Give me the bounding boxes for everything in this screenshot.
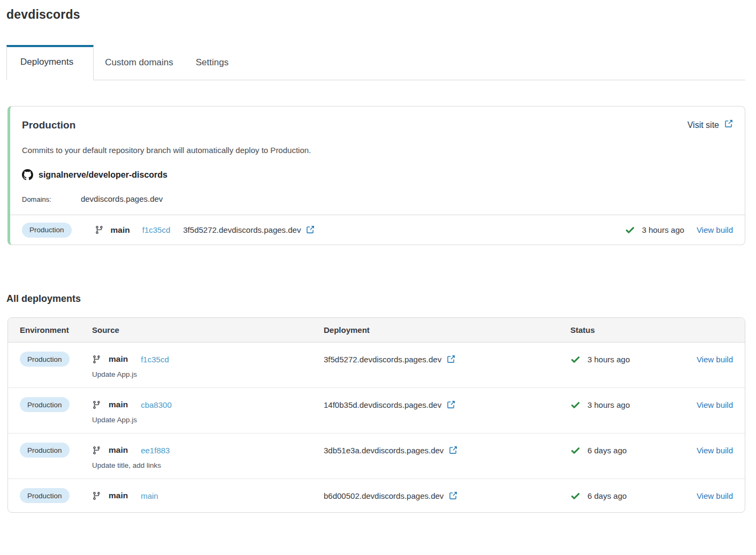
success-check-icon bbox=[570, 445, 581, 455]
deployment-external-link-icon[interactable] bbox=[448, 491, 457, 500]
deployment-url: 14f0b35d.devdiscords.pages.dev bbox=[324, 400, 441, 409]
production-card-title: Production bbox=[22, 119, 75, 131]
view-build-link[interactable]: View build bbox=[697, 225, 733, 234]
commit-link[interactable]: f1c35cd bbox=[141, 355, 169, 364]
branch-name: main bbox=[109, 354, 128, 364]
deployment-url: b6d00502.devdiscords.pages.dev bbox=[324, 491, 444, 500]
source-cell: main cba8300 Update App.js bbox=[92, 397, 324, 424]
tab-deployments[interactable]: Deployments bbox=[6, 45, 94, 80]
production-deployment-row: Production main f1c35cd 3f5d5272.devdisc… bbox=[10, 215, 745, 245]
commit-message: Update App.js bbox=[92, 416, 324, 424]
action-cell: View build bbox=[686, 352, 733, 367]
view-build-link[interactable]: View build bbox=[697, 446, 733, 455]
environment-badge: Production bbox=[20, 397, 70, 412]
status-cell: 3 hours ago bbox=[570, 397, 686, 412]
branch-name: main bbox=[109, 491, 128, 500]
column-header-source: Source bbox=[92, 325, 324, 334]
deployment-time: 3 hours ago bbox=[587, 355, 630, 364]
git-branch-icon bbox=[92, 491, 101, 500]
production-description: Commits to your default repository branc… bbox=[10, 146, 745, 155]
visit-site-link[interactable]: Visit site bbox=[688, 119, 733, 131]
table-row: Production main main b6d00502.devdiscord… bbox=[8, 478, 745, 512]
deployment-external-link-icon[interactable] bbox=[446, 355, 455, 364]
success-check-icon bbox=[570, 491, 581, 501]
git-branch-icon bbox=[92, 400, 101, 409]
branch-name: main bbox=[109, 400, 128, 409]
status-group: 3 hours ago View build bbox=[625, 225, 733, 235]
deployment-url: 3db51e3a.devdiscords.pages.dev bbox=[324, 446, 444, 455]
deployment-cell: 3db51e3a.devdiscords.pages.dev bbox=[324, 443, 570, 458]
external-link-icon bbox=[724, 119, 733, 131]
environment-cell: Production bbox=[20, 352, 92, 367]
commit-link[interactable]: f1c35cd bbox=[142, 225, 171, 234]
view-build-link[interactable]: View build bbox=[697, 491, 733, 500]
deployment-time: 3 hours ago bbox=[642, 225, 684, 234]
commit-message: Update App.js bbox=[92, 370, 324, 378]
view-build-link[interactable]: View build bbox=[697, 400, 733, 409]
pages-project-page: devdiscords Deployments Custom domains S… bbox=[0, 0, 756, 513]
environment-badge: Production bbox=[20, 352, 70, 367]
tab-bar: Deployments Custom domains Settings bbox=[6, 43, 745, 80]
tab-bar-filler bbox=[240, 54, 745, 80]
deployment-cell: 14f0b35d.devdiscords.pages.dev bbox=[324, 397, 570, 412]
table-row: Production main cba8300 Update App.js 14… bbox=[8, 387, 745, 433]
repo-row: signalnerve/developer-discords bbox=[10, 169, 745, 180]
tab-settings[interactable]: Settings bbox=[185, 43, 240, 80]
deployments-table: Environment Source Deployment Status Pro… bbox=[7, 317, 745, 513]
git-branch-icon bbox=[92, 446, 101, 455]
environment-cell: Production bbox=[20, 443, 92, 458]
deployment-time: 6 days ago bbox=[587, 446, 627, 455]
github-icon bbox=[22, 169, 33, 180]
tab-custom-domains[interactable]: Custom domains bbox=[94, 43, 185, 80]
all-deployments-title: All deployments bbox=[6, 293, 745, 305]
action-cell: View build bbox=[686, 488, 733, 503]
status-cell: 6 days ago bbox=[570, 443, 686, 458]
source-cell: main main bbox=[92, 488, 324, 503]
deployment-cell: 3f5d5272.devdiscords.pages.dev bbox=[324, 352, 570, 367]
page-title: devdiscords bbox=[6, 7, 745, 22]
domains-label: Domains: bbox=[22, 195, 51, 203]
table-row: Production main f1c35cd Update App.js 3f… bbox=[8, 343, 745, 387]
source-cell: main f1c35cd Update App.js bbox=[92, 352, 324, 378]
commit-link[interactable]: ee1f883 bbox=[141, 446, 170, 455]
environment-badge: Production bbox=[20, 443, 70, 458]
commit-link[interactable]: cba8300 bbox=[141, 400, 172, 409]
deployment-external-link-icon[interactable] bbox=[306, 225, 315, 234]
environment-cell: Production bbox=[20, 397, 92, 412]
branch-name: main bbox=[109, 445, 128, 455]
commit-link[interactable]: main bbox=[141, 491, 158, 500]
success-check-icon bbox=[570, 354, 581, 364]
source-cell: main ee1f883 Update title, add links bbox=[92, 443, 324, 469]
production-card: Production Visit site Commits to your de… bbox=[7, 106, 745, 245]
repo-name: signalnerve/developer-discords bbox=[39, 170, 167, 180]
action-cell: View build bbox=[686, 443, 733, 458]
environment-cell: Production bbox=[20, 488, 92, 503]
column-header-deployment: Deployment bbox=[324, 325, 570, 334]
visit-site-label: Visit site bbox=[688, 120, 719, 130]
deployment-time: 3 hours ago bbox=[587, 400, 630, 409]
success-check-icon bbox=[570, 400, 581, 410]
git-branch-icon bbox=[92, 355, 101, 364]
domains-value: devdiscords.pages.dev bbox=[81, 194, 163, 203]
environment-badge: Production bbox=[20, 488, 70, 503]
success-check-icon bbox=[625, 225, 635, 235]
git-branch-icon bbox=[95, 225, 104, 234]
status-cell: 3 hours ago bbox=[570, 352, 686, 367]
status-cell: 6 days ago bbox=[570, 488, 686, 503]
view-build-link[interactable]: View build bbox=[697, 355, 733, 364]
table-row: Production main ee1f883 Update title, ad… bbox=[8, 433, 745, 478]
deployment-external-link-icon[interactable] bbox=[448, 446, 457, 455]
table-header-row: Environment Source Deployment Status bbox=[8, 318, 745, 343]
deployment-cell: b6d00502.devdiscords.pages.dev bbox=[324, 488, 570, 503]
commit-message: Update title, add links bbox=[92, 461, 324, 469]
environment-badge: Production bbox=[22, 223, 72, 238]
column-header-status: Status bbox=[570, 325, 686, 334]
action-cell: View build bbox=[686, 397, 733, 412]
deployment-time: 6 days ago bbox=[587, 491, 627, 500]
column-header-environment: Environment bbox=[20, 325, 92, 334]
domains-row: Domains: devdiscords.pages.dev bbox=[10, 194, 745, 203]
deployment-url: 3f5d5272.devdiscords.pages.dev bbox=[183, 225, 301, 234]
branch-name: main bbox=[111, 225, 130, 235]
deployment-external-link-icon[interactable] bbox=[446, 400, 455, 409]
deployment-url: 3f5d5272.devdiscords.pages.dev bbox=[324, 355, 441, 364]
